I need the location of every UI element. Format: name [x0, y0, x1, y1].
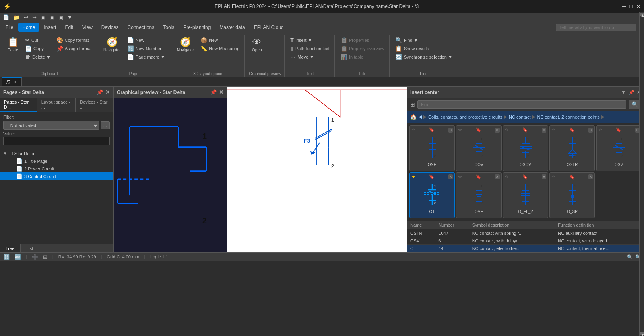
find-button[interactable]: 🔍 Find ▼: [394, 36, 454, 44]
menu-connections[interactable]: Connections: [124, 23, 159, 32]
symbol-card-OSOV[interactable]: ☆ 🔖 8 1: [503, 125, 548, 171]
breadcrumb-coils[interactable]: Coils, contacts, and protective circuits: [428, 115, 502, 119]
menu-search-input[interactable]: [556, 24, 636, 31]
maximize-button[interactable]: □: [630, 3, 633, 10]
symbol-card-OOV[interactable]: ☆ 🔖 8 1: [456, 125, 502, 171]
property-overview-button[interactable]: 📋 Property overview: [339, 45, 386, 53]
symbol-card-OSV[interactable]: ☆ 🔖 8 1: [596, 125, 642, 171]
cut-button[interactable]: ✂ Cut: [23, 36, 52, 44]
qa-open-button[interactable]: 📁: [12, 14, 21, 20]
breadcrumb-home-button[interactable]: 🏠: [410, 114, 417, 120]
number-button[interactable]: 🔢 New Number: [126, 45, 167, 53]
tab-3[interactable]: /3 ✕: [2, 77, 22, 86]
menu-file[interactable]: File: [2, 23, 17, 32]
subtab-layout[interactable]: Layout space - ...: [37, 98, 76, 112]
menu-view[interactable]: View: [78, 23, 97, 32]
menu-devices[interactable]: Devices: [97, 23, 123, 32]
symbol-card-OT[interactable]: ★ 🔖 8: [409, 172, 455, 218]
pages-panel-close[interactable]: ✕: [105, 89, 110, 95]
prop-row-OSV[interactable]: OSV 6 NC contact, with delaye... NC cont…: [407, 237, 644, 244]
filter-select[interactable]: - Not activated -: [3, 121, 99, 130]
breadcrumb-back-button[interactable]: ◀: [419, 114, 422, 119]
svg-text:2: 2: [434, 154, 436, 158]
insert-center-options[interactable]: ▼: [621, 90, 626, 95]
qa-dropdown-button[interactable]: ▼: [66, 14, 74, 20]
qa-new-button[interactable]: 📄: [2, 14, 10, 20]
insert-search-input[interactable]: [417, 100, 626, 109]
tree-item-powercircuit[interactable]: 📄 2 Power Circuit: [0, 165, 113, 172]
new-page-button[interactable]: 📄 New: [126, 36, 167, 44]
star-ONE[interactable]: ☆: [411, 127, 415, 133]
symbol-card-OSTR[interactable]: ☆ 🔖 8 1: [549, 125, 595, 171]
symbol-card-OSP[interactable]: ☆ 🔖 8 1: [549, 172, 595, 218]
preview-pin[interactable]: 📌: [210, 89, 217, 95]
col-name: Name: [407, 221, 435, 229]
menu-insert[interactable]: Insert: [40, 23, 60, 32]
synchronize-selection-button[interactable]: 🔄 Synchronize selection ▼: [394, 53, 454, 61]
minimize-button[interactable]: ─: [622, 3, 626, 10]
insert-text-button[interactable]: T Insert ▼: [289, 36, 331, 44]
star-OOV[interactable]: ☆: [458, 127, 462, 133]
properties-button[interactable]: 📋 Properties: [339, 36, 386, 44]
show-results-button[interactable]: 📋 Show results: [394, 45, 454, 53]
path-function-text-button[interactable]: T Path function text: [289, 45, 331, 53]
tree-item-titlepage[interactable]: 📄 1 Title Page: [0, 157, 113, 165]
qa-btn3[interactable]: ▣: [57, 14, 64, 20]
star-OVE[interactable]: ☆: [458, 174, 462, 180]
3d-navigator-button[interactable]: 🧭 Navigator: [174, 36, 196, 54]
in-table-button[interactable]: 📊 In table: [339, 53, 386, 61]
value-input[interactable]: [3, 137, 110, 145]
star-OEL2[interactable]: ☆: [505, 174, 509, 180]
page-navigator-button[interactable]: 🧭 Navigator: [101, 36, 123, 54]
qa-btn1[interactable]: ▣: [39, 14, 47, 20]
menu-masterdata[interactable]: Master data: [215, 23, 249, 32]
canvas-area[interactable]: 1 2 -F3: [227, 87, 407, 252]
symbol-card-ONE[interactable]: ☆ 🔖 8 1 2: [409, 125, 455, 171]
subtab-devices[interactable]: Devices - Star ...: [76, 98, 113, 112]
star-OSOV[interactable]: ☆: [505, 127, 509, 133]
tree-item-controlcircuit[interactable]: 📄 3 Control Circuit: [0, 172, 113, 180]
star-OSP[interactable]: ☆: [551, 174, 555, 180]
prop-row-OSTR[interactable]: OSTR 1047 NC contact with spring r... NC…: [407, 229, 644, 237]
svg-line-17: [315, 129, 332, 138]
prop-row-OT[interactable]: OT 14 NC contact, electrother... NC cont…: [407, 244, 644, 252]
menu-home[interactable]: Home: [18, 23, 39, 32]
menu-edit[interactable]: Edit: [61, 23, 77, 32]
preview-close[interactable]: ✕: [219, 89, 223, 95]
delete-button[interactable]: 🗑 Delete ▼: [23, 53, 52, 61]
qa-undo-button[interactable]: ↩: [23, 14, 29, 20]
insert-center-scrollbar[interactable]: ▲ ▼: [639, 123, 644, 252]
insert-center-pin[interactable]: 📌: [628, 90, 634, 95]
menu-preplanning[interactable]: Pre-planning: [179, 23, 215, 32]
tree-item-stardelta[interactable]: ▼ □ Star Delta: [0, 150, 113, 157]
pages-panel-pin[interactable]: 📌: [97, 89, 103, 95]
measuring-button[interactable]: 📏 New Measuring: [199, 45, 241, 53]
assign-format-button[interactable]: 📌 Assign format: [55, 45, 93, 53]
qa-btn2[interactable]: ▣: [48, 14, 56, 20]
zoom-in-button[interactable]: 🔍: [627, 254, 633, 260]
copy-button[interactable]: 📄 Copy: [23, 45, 52, 53]
qa-redo-button[interactable]: ↪: [31, 14, 38, 20]
close-button[interactable]: ✕: [636, 3, 641, 10]
new-3d-button[interactable]: 📦 New: [199, 36, 241, 44]
symbol-card-OEL2[interactable]: ☆ 🔖 8: [503, 172, 548, 218]
menu-tools[interactable]: Tools: [159, 23, 178, 32]
page-macro-button[interactable]: 📄 Page macro ▼: [126, 53, 167, 61]
menu-eplancloud[interactable]: EPLAN Cloud: [250, 23, 288, 32]
subtab-pages[interactable]: Pages - Star D...: [0, 98, 37, 112]
bottom-tab-list[interactable]: List: [21, 244, 39, 252]
star-OT[interactable]: ★: [411, 174, 415, 180]
tab-3-close[interactable]: ✕: [13, 80, 17, 85]
bookmark-OSOV: 🔖: [522, 127, 528, 133]
symbol-card-OVE[interactable]: ☆ 🔖 8: [456, 172, 502, 218]
breadcrumb-nc-2conn[interactable]: NC contact, 2 connection points: [537, 115, 599, 119]
move-button[interactable]: ↔ Move ▼: [289, 53, 331, 61]
copy-format-button[interactable]: 🎨 Copy format: [55, 36, 93, 44]
star-OSV[interactable]: ☆: [598, 127, 602, 133]
filter-options-button[interactable]: ...: [101, 121, 110, 129]
bottom-tab-tree[interactable]: Tree: [0, 244, 21, 252]
paste-button[interactable]: 📋 Paste: [5, 36, 21, 54]
star-OSTR[interactable]: ☆: [551, 127, 555, 133]
breadcrumb-nc-contact[interactable]: NC contact: [509, 115, 530, 119]
open-preview-button[interactable]: 👁 Open: [249, 36, 265, 54]
